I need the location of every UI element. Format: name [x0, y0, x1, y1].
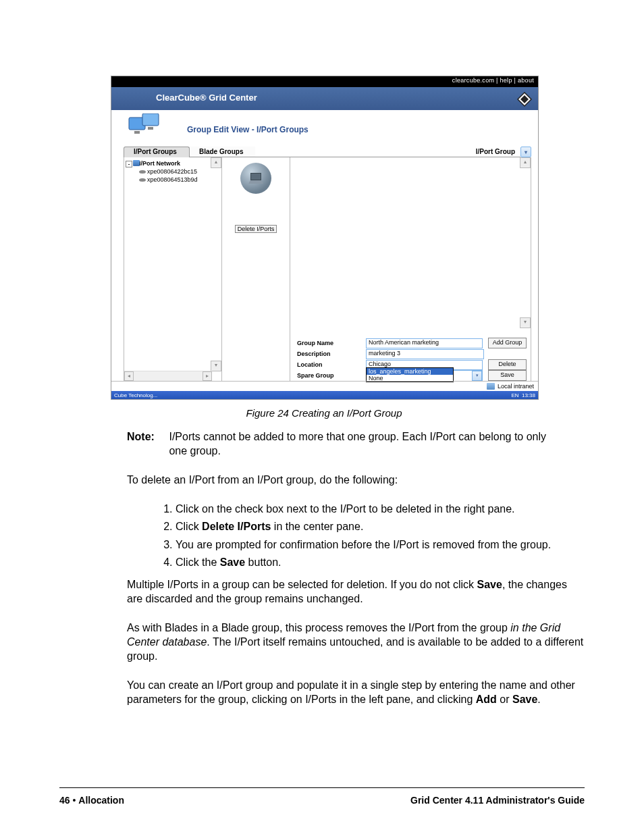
list-item: You are prompted for confirmation before…	[176, 538, 585, 552]
paragraph: As with Blades in a Blade group, this pr…	[127, 621, 585, 663]
scroll-right-icon[interactable]: ▸	[203, 371, 212, 381]
center-pane: Delete I/Ports	[222, 157, 290, 381]
scroll-up-icon[interactable]: ▴	[211, 157, 221, 168]
screenshot-figure: clearcube.com | help | about ClearCube® …	[111, 76, 539, 400]
svg-rect-7	[251, 174, 261, 180]
content-area: Group Edit View - I/Port Groups I/Port G…	[111, 110, 538, 382]
tree-item[interactable]: xpe008064513b9d	[126, 176, 220, 183]
figure-caption: Figure 24 Creating an I/Port Group	[111, 407, 537, 419]
footer-left: 46 • Allocation	[59, 795, 124, 806]
scroll-down-icon[interactable]: ▾	[520, 317, 531, 328]
group-name-label: Group Name	[290, 340, 366, 346]
tree-item[interactable]: xpe00806422bc15	[126, 168, 220, 175]
delete-button[interactable]: Delete	[488, 359, 527, 370]
svg-rect-5	[148, 127, 153, 130]
top-links-bar: clearcube.com | help | about	[111, 76, 538, 87]
scroll-down-icon[interactable]: ▾	[211, 361, 221, 371]
note-label: Note:	[127, 429, 162, 444]
scroll-up-icon[interactable]: ▴	[520, 157, 531, 168]
folder-icon	[133, 160, 140, 166]
dropdown-option[interactable]: los_angeles_marketing	[367, 368, 453, 375]
chevron-down-icon[interactable]: ▾	[520, 147, 531, 157]
save-button[interactable]: Save	[488, 370, 527, 381]
tree-collapse-icon[interactable]: -	[126, 161, 132, 167]
chevron-down-icon[interactable]: ▾	[472, 371, 482, 381]
panes: - I/Port Network xpe00806422bc15 xpe0080…	[124, 157, 531, 382]
tab-iport-group-label: I/Port Group	[471, 147, 520, 157]
scrollbar-horizontal[interactable]: ◂▸	[124, 371, 212, 381]
svg-marker-8	[248, 180, 263, 184]
intranet-icon	[487, 383, 495, 390]
monitors-icon	[128, 113, 165, 140]
status-bar: Local intranet	[111, 381, 538, 391]
body-text: Note: I/Ports cannot be added to more th…	[127, 429, 585, 707]
svg-rect-3	[142, 113, 159, 126]
group-name-input[interactable]: North American marketing	[366, 338, 483, 348]
tree-root[interactable]: - I/Port Network	[126, 160, 220, 167]
tab-bar: I/Port Groups Blade Groups I/Port Group …	[124, 147, 531, 157]
description-label: Description	[290, 350, 366, 357]
app-header: ClearCube® Grid Center	[111, 87, 538, 111]
list-item: Click on the check box next to the I/Por…	[176, 502, 585, 516]
tab-iport-groups[interactable]: I/Port Groups	[124, 147, 190, 157]
scroll-left-icon[interactable]: ◂	[124, 371, 134, 381]
list-item: Click Delete I/Ports in the center pane.	[176, 519, 585, 533]
footer-right: Grid Center 4.11 Administrator's Guide	[410, 795, 585, 806]
tree-pane: - I/Port Network xpe00806422bc15 xpe0080…	[124, 157, 222, 381]
steps-list: Click on the check box next to the I/Por…	[127, 502, 585, 569]
status-text: Local intranet	[498, 383, 534, 390]
tab-blade-groups[interactable]: Blade Groups	[190, 147, 256, 157]
laptop-user-icon	[240, 163, 271, 194]
right-pane: ▴ ▾ Group Name North American marketing …	[290, 157, 531, 381]
note-block: Note: I/Ports cannot be added to more th…	[127, 429, 585, 458]
paragraph: Multiple I/Ports in a group can be selec…	[127, 577, 585, 606]
taskbar-app[interactable]: Cube Technolog...	[114, 392, 157, 398]
form-area: Group Name North American marketing Add …	[290, 338, 531, 381]
note-body: I/Ports cannot be added to more that one…	[169, 429, 547, 458]
delete-iports-button[interactable]: Delete I/Ports	[235, 225, 277, 233]
svg-rect-4	[134, 131, 140, 134]
section-title: Group Edit View - I/Port Groups	[187, 125, 308, 134]
list-item: Click the Save button.	[176, 555, 585, 569]
page-footer: 46 • Allocation Grid Center 4.11 Adminis…	[59, 787, 585, 806]
description-input[interactable]: marketing 3	[366, 349, 484, 359]
paragraph: To delete an I/Port from an I/Port group…	[127, 473, 585, 487]
app-title: ClearCube® Grid Center	[156, 93, 257, 103]
top-links-text[interactable]: clearcube.com | help | about	[452, 77, 534, 84]
dropdown-options: los_angeles_marketing None	[366, 367, 454, 382]
taskbar: Cube Technolog... EN 13:38	[111, 391, 538, 399]
taskbar-right: EN 13:38	[511, 392, 535, 398]
paragraph: You can create an I/Port group and popul…	[127, 678, 585, 706]
add-group-button[interactable]: Add Group	[488, 338, 527, 348]
logo-icon	[516, 91, 533, 107]
spare-group-label: Spare Group	[290, 372, 366, 379]
location-label: Location	[290, 361, 366, 368]
